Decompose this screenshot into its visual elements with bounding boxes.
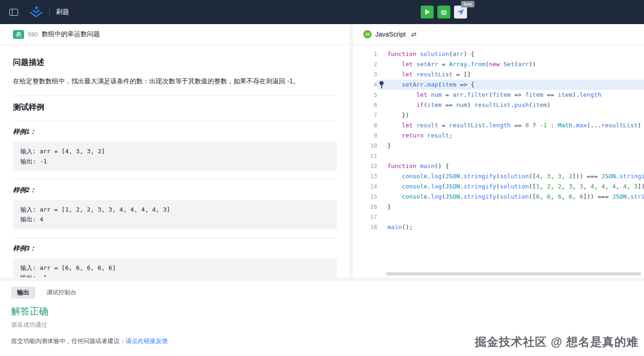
line-number: 18	[353, 222, 377, 232]
line-number: 2	[353, 59, 377, 69]
sample-label: 样例1：	[13, 128, 337, 136]
line-code: return result;	[377, 131, 644, 141]
sample-output-line: 输出: -1	[20, 156, 329, 166]
submit-button[interactable]: Beta	[454, 6, 467, 19]
code-line[interactable]: 8 let result = resultList.length == 0 ? …	[353, 120, 644, 131]
sidebar-toggle-button[interactable]	[7, 6, 19, 18]
divider	[13, 237, 337, 238]
line-code	[377, 151, 644, 161]
console-tabs: 输出调试控制台	[11, 287, 633, 299]
line-number: 12	[353, 161, 377, 171]
samples: 样例1：输入: arr = [4, 3, 3, 2]输出: -1样例2：输入: …	[13, 121, 337, 277]
line-code: console.log(JSON.stringify(solution([4, …	[377, 171, 644, 181]
app-label: 刷题	[56, 8, 69, 16]
juejin-logo[interactable]	[29, 6, 44, 18]
line-code: }	[377, 202, 644, 212]
beta-badge: Beta	[461, 1, 474, 7]
console-tab-active[interactable]: 输出	[11, 287, 35, 299]
divider	[13, 179, 337, 180]
watermark: 掘金技术社区 @ 想名是真的难	[475, 334, 638, 350]
sample-code-block: 输入: arr = [6, 6, 6, 6, 6]输出: -1	[13, 258, 337, 277]
run-button[interactable]	[421, 6, 434, 19]
line-code: console.log(JSON.stringify(solution([1, …	[377, 181, 644, 192]
topbar-divider	[49, 8, 50, 16]
javascript-icon: JS	[363, 30, 372, 38]
code-line[interactable]: 15 console.log(JSON.stringify(solution([…	[353, 192, 644, 202]
problem-id: 590	[28, 31, 38, 38]
feedback-text: 提交功能内测体验中，任何问题或者建议：	[11, 337, 126, 344]
result-title: 解答正确	[11, 305, 633, 318]
editor-header: JS JavaScript ⇄	[353, 24, 644, 45]
line-number: 14	[353, 181, 377, 192]
code-line[interactable]: 12function main() {	[353, 161, 644, 171]
line-number: 3	[353, 69, 377, 80]
code-line[interactable]: 1function solution(arr) {	[353, 49, 644, 59]
code-line[interactable]: 9 return result;	[353, 131, 644, 141]
line-number: 10	[353, 141, 377, 151]
line-code: })	[377, 110, 644, 120]
language-switch-icon[interactable]: ⇄	[411, 31, 417, 38]
juejin-logo-icon	[29, 6, 44, 18]
debug-position-icon	[379, 81, 385, 89]
main-split: 易 590 数组中的幸运数问题 问题描述 在给定整数数组中，找出最大满足该条件的…	[0, 24, 644, 278]
code-line[interactable]: 2 let setArr = Array.from(new Set(arr))	[353, 59, 644, 69]
code-line[interactable]: 17	[353, 212, 644, 222]
line-code: let result = resultList.length == 0 ? -1…	[377, 120, 644, 131]
line-number: 7	[353, 110, 377, 120]
code-line[interactable]: 7 })	[353, 110, 644, 120]
problem-body: 问题描述 在给定整数数组中，找出最大满足该条件的数：出现次数等于其数值的整数，如…	[0, 45, 350, 277]
code-line[interactable]: 11	[353, 151, 644, 161]
line-number: 16	[353, 202, 377, 212]
sample-code-block: 输入: arr = [4, 3, 3, 2]输出: -1	[13, 142, 337, 171]
sidebar-toggle-icon	[9, 9, 18, 16]
problem-description: 在给定整数数组中，找出最大满足该条件的数：出现次数等于其数值的整数，如果不存在则…	[13, 76, 337, 87]
console-panel: 输出调试控制台 解答正确 恭喜成功通过 提交功能内测体验中，任何问题或者建议：请…	[0, 281, 644, 356]
code-line[interactable]: 13 console.log(JSON.stringify(solution([…	[353, 171, 644, 181]
samples-heading: 测试样例	[13, 102, 337, 112]
feedback-link[interactable]: 请点此链接反馈	[126, 337, 168, 344]
console-tab[interactable]: 调试控制台	[46, 288, 76, 297]
code-line[interactable]: 14 console.log(JSON.stringify(solution([…	[353, 181, 644, 192]
topbar: 刷题 Beta	[0, 0, 644, 24]
debug-button[interactable]	[437, 6, 450, 19]
problem-title: 数组中的幸运数问题	[42, 30, 100, 38]
line-code: setArr.map(item => {	[377, 80, 644, 90]
line-code: }	[377, 141, 644, 151]
code-line[interactable]: 5 let num = arr.filter(fitem => fitem ==…	[353, 90, 644, 100]
code-editor[interactable]: 1function solution(arr) {2 let setArr = …	[353, 45, 644, 278]
divider	[13, 121, 337, 121]
line-number: 11	[353, 151, 377, 161]
line-code: function solution(arr) {	[377, 49, 644, 59]
line-code: let setArr = Array.from(new Set(arr))	[377, 59, 644, 69]
line-number: 4	[353, 80, 377, 90]
sample-code-block: 输入: arr = [1, 2, 2, 3, 3, 4, 4, 4, 4, 3]…	[13, 200, 337, 229]
code-line[interactable]: 4 setArr.map(item => {	[353, 80, 644, 90]
code-line[interactable]: 10}	[353, 141, 644, 151]
line-code: main();	[377, 222, 644, 232]
line-number: 9	[353, 131, 377, 141]
sample-label: 样例3：	[13, 244, 337, 253]
horizontal-scrollbar[interactable]	[386, 272, 641, 275]
sample-label: 样例2：	[13, 186, 337, 194]
line-number: 1	[353, 49, 377, 59]
sample-output-line: 输出: 4	[20, 214, 329, 224]
description-heading: 问题描述	[13, 57, 337, 68]
language-label: JavaScript	[375, 31, 405, 38]
bug-icon	[440, 8, 448, 16]
line-code: let resultList = []	[377, 69, 644, 80]
line-number: 8	[353, 120, 377, 131]
code-line[interactable]: 16}	[353, 202, 644, 212]
line-number: 13	[353, 171, 377, 181]
divider	[13, 95, 337, 95]
code-line[interactable]: 3 let resultList = []	[353, 69, 644, 80]
code-line[interactable]: 6 if(item == num) resultList.push(item)	[353, 100, 644, 110]
problem-header: 易 590 数组中的幸运数问题	[0, 24, 350, 45]
line-number: 6	[353, 100, 377, 110]
editor-panel: JS JavaScript ⇄ 1function solution(arr) …	[353, 24, 644, 278]
line-code: if(item == num) resultList.push(item)	[377, 100, 644, 110]
difficulty-badge: 易	[13, 30, 24, 39]
code-line[interactable]: 18main();	[353, 222, 644, 232]
line-code	[377, 212, 644, 222]
line-number: 17	[353, 212, 377, 222]
sample-input-line: 输入: arr = [6, 6, 6, 6, 6]	[20, 263, 329, 273]
